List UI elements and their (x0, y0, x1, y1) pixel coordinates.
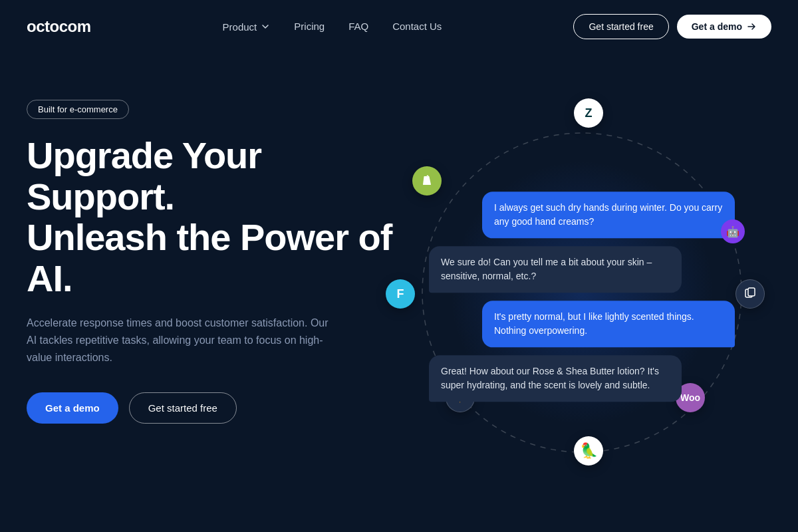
arrow-right-icon (746, 21, 757, 32)
clipboard-icon (735, 279, 765, 309)
hero-title: Upgrade Your Support. Unleash the Power … (27, 135, 392, 299)
hero-demo-button[interactable]: Get a demo (27, 392, 118, 424)
hero-section: Built for e-commerce Upgrade Your Suppor… (0, 53, 798, 532)
chat-bubble-ai2: Great! How about our Rose & Shea Butter … (429, 355, 682, 402)
chat-bubble-user2: It's pretty normal, but I like lightly s… (482, 301, 735, 347)
chat-bubble-user1: I always get such dry hands during winte… (482, 192, 735, 238)
hero-started-button[interactable]: Get started free (129, 392, 237, 424)
freshdesk-icon: F (386, 279, 415, 309)
bird-icon: 🦜 (574, 436, 603, 466)
chat-container: I always get such dry hands during winte… (429, 192, 735, 402)
nav-item-pricing[interactable]: Pricing (294, 21, 325, 33)
nav-item-contact[interactable]: Contact Us (392, 21, 442, 33)
hero-actions: Get a demo Get started free (27, 392, 392, 424)
get-started-button[interactable]: Get started free (573, 14, 668, 39)
svg-rect-2 (748, 288, 755, 296)
navbar: octocom Product Pricing FAQ Contact Us G… (0, 0, 798, 53)
nav-item-faq[interactable]: FAQ (348, 21, 368, 33)
logo[interactable]: octocom (27, 17, 91, 36)
chevron-down-icon (261, 22, 270, 31)
zendesk-icon: Z (574, 98, 603, 128)
hero-badge: Built for e-commerce (27, 100, 129, 119)
ai-avatar: 🤖 (721, 219, 745, 243)
hero-left: Built for e-commerce Upgrade Your Suppor… (27, 86, 392, 424)
chat-bubble-ai1: We sure do! Can you tell me a bit about … (429, 246, 682, 293)
hero-visual: Z F Woo (392, 86, 771, 499)
hero-subtitle: Accelerate response times and boost cust… (27, 315, 332, 366)
nav-item-product[interactable]: Product (223, 21, 271, 33)
get-demo-button[interactable]: Get a demo (677, 15, 771, 39)
nav-buttons: Get started free Get a demo (573, 14, 771, 39)
